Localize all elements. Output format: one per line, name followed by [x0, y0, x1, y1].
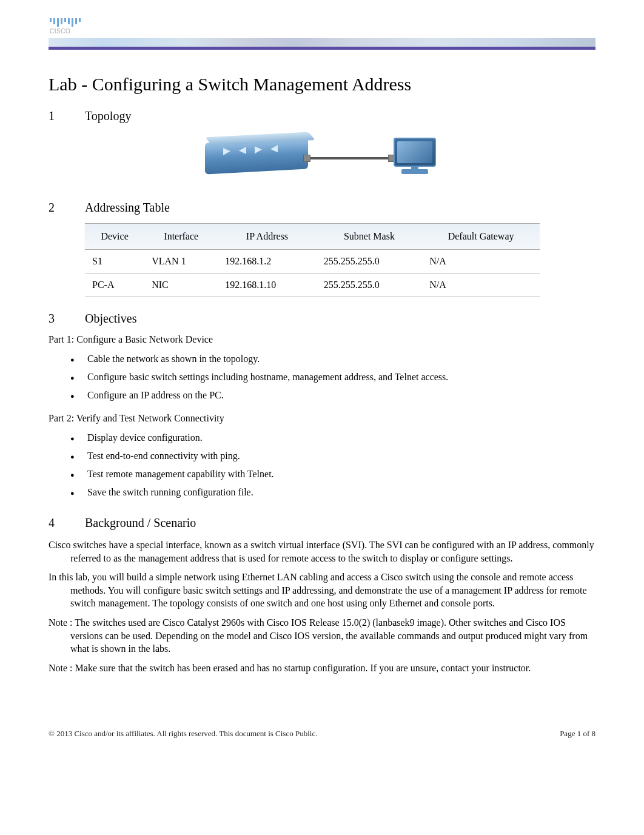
- objectives-part1-list: Cable the network as shown in the topolo…: [49, 350, 595, 404]
- table-row: PC-A NIC 192.168.1.10 255.255.255.0 N/A: [85, 273, 540, 297]
- objectives-part1-label: Part 1: Configure a Basic Network Device: [49, 334, 595, 345]
- background-note: Note : Make sure that the switch has bee…: [49, 662, 595, 675]
- list-item: Test end-to-end connectivity with ping.: [87, 447, 595, 465]
- cell-device: PC-A: [85, 273, 144, 297]
- objectives-part2-list: Display device configuration. Test end-t…: [49, 429, 595, 501]
- list-item: Display device configuration.: [87, 429, 595, 447]
- cell-ip: 192.168.1.2: [218, 250, 316, 273]
- cell-gateway: N/A: [422, 250, 540, 273]
- document-header: CISCO: [49, 0, 595, 50]
- pc-icon: [391, 138, 439, 174]
- cell-mask: 255.255.255.0: [317, 250, 422, 273]
- th-device: Device: [85, 224, 144, 250]
- section-topology-heading: 1 Topology: [49, 109, 595, 123]
- th-ip: IP Address: [218, 224, 316, 250]
- section-label: Objectives: [85, 312, 137, 326]
- switch-icon: [205, 140, 308, 172]
- header-gradient-bar: [49, 38, 595, 47]
- section-background-heading: 4 Background / Scenario: [49, 516, 595, 530]
- th-interface: Interface: [144, 224, 218, 250]
- section-number: 3: [49, 312, 85, 326]
- topology-diagram: [49, 132, 595, 186]
- cell-ip: 192.168.1.10: [218, 273, 316, 297]
- header-purple-bar: [49, 47, 595, 50]
- page-footer: © 2013 Cisco and/or its affiliates. All …: [49, 729, 595, 739]
- section-addressing-heading: 2 Addressing Table: [49, 201, 595, 215]
- section-number: 4: [49, 516, 85, 530]
- section-label: Background / Scenario: [85, 516, 196, 530]
- background-paragraph: Cisco switches have a special interface,…: [49, 538, 595, 565]
- page-number: Page 1 of 8: [560, 729, 595, 739]
- th-gateway: Default Gateway: [422, 224, 540, 250]
- cisco-logo: CISCO: [49, 18, 595, 35]
- section-number: 2: [49, 201, 85, 215]
- list-item: Save the switch running configuration fi…: [87, 483, 595, 501]
- copyright-text: © 2013 Cisco and/or its affiliates. All …: [49, 729, 317, 739]
- background-paragraph: In this lab, you will build a simple net…: [49, 571, 595, 610]
- cell-interface: VLAN 1: [144, 250, 218, 273]
- logo-text: CISCO: [49, 28, 595, 35]
- page-title: Lab - Configuring a Switch Management Ad…: [49, 74, 595, 95]
- list-item: Configure an IP address on the PC.: [87, 386, 595, 404]
- list-item: Test remote management capability with T…: [87, 465, 595, 483]
- objectives-part2-label: Part 2: Verify and Test Network Connecti…: [49, 413, 595, 424]
- section-label: Topology: [85, 109, 131, 123]
- cell-interface: NIC: [144, 273, 218, 297]
- section-label: Addressing Table: [85, 201, 170, 215]
- th-mask: Subnet Mask: [317, 224, 422, 250]
- section-number: 1: [49, 109, 85, 123]
- table-row: S1 VLAN 1 192.168.1.2 255.255.255.0 N/A: [85, 250, 540, 273]
- cell-device: S1: [85, 250, 144, 273]
- list-item: Cable the network as shown in the topolo…: [87, 350, 595, 368]
- list-item: Configure basic switch settings includin…: [87, 368, 595, 386]
- addressing-table: Device Interface IP Address Subnet Mask …: [85, 223, 540, 297]
- section-objectives-heading: 3 Objectives: [49, 312, 595, 326]
- cell-gateway: N/A: [422, 273, 540, 297]
- background-note: Note : The switches used are Cisco Catal…: [49, 616, 595, 656]
- ethernet-cable-icon: [307, 157, 392, 159]
- cell-mask: 255.255.255.0: [317, 273, 422, 297]
